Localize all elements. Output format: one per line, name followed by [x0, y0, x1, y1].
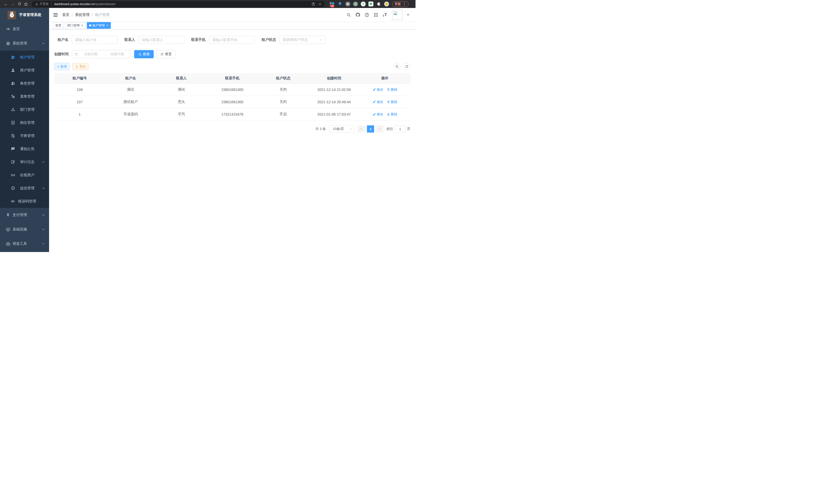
fullscreen-icon[interactable] — [374, 12, 378, 17]
broken-image-icon — [393, 10, 398, 16]
sidebar-item-menu[interactable]: 菜单管理 — [0, 90, 49, 103]
goto-page-input[interactable] — [395, 125, 405, 132]
user-icon — [11, 68, 15, 72]
cell-contact: 秃头 — [156, 100, 207, 104]
sidebar-item-role[interactable]: 角色管理 — [0, 77, 49, 90]
next-page-button[interactable] — [376, 125, 383, 132]
sidebar-item-system[interactable]: 系统管理 — [0, 36, 49, 51]
modify-link[interactable]: 修改 — [373, 87, 383, 92]
date-range-picker[interactable]: 开始日期 - 结束日期 — [72, 50, 131, 58]
tag-tenant-active[interactable]: 租户管理× — [87, 22, 111, 29]
badge-icon — [11, 120, 15, 125]
dashboard-icon — [6, 27, 10, 31]
cell-created: 2021-12-14 20:49:44 — [309, 100, 360, 104]
pagination: 共 3 条 10条/页 1 前往 页 — [54, 125, 410, 132]
hamburger-button[interactable] — [49, 8, 62, 22]
extension-recorder-icon[interactable] — [353, 2, 358, 6]
sidebar-item-online-users[interactable]: 在线用户 — [0, 169, 49, 182]
chevron-down-icon — [42, 213, 45, 216]
sidebar-item-user[interactable]: 用户管理 — [0, 64, 49, 77]
browser-back-button[interactable]: ← — [3, 1, 9, 7]
yen-icon: ¥ — [6, 213, 10, 217]
share-icon[interactable] — [311, 2, 315, 6]
sidebar-item-post[interactable]: 岗位管理 — [0, 116, 49, 129]
cell-created: 2021-01-05 17:03:47 — [309, 112, 360, 116]
delete-link[interactable]: 删除 — [387, 87, 398, 92]
reset-button[interactable]: 重置 — [156, 50, 176, 58]
page-1-button[interactable]: 1 — [367, 125, 374, 132]
add-button[interactable]: + 新增 — [54, 63, 69, 70]
extension-command-icon[interactable]: ⌘ — [345, 2, 350, 6]
trash-icon — [387, 113, 390, 116]
browser-home-button[interactable] — [23, 1, 29, 7]
sidebar-item-pay[interactable]: ¥ 支付管理 — [0, 208, 49, 222]
sidebar-item-infra[interactable]: 基础设施 — [0, 222, 49, 237]
modify-link[interactable]: 修改 — [373, 100, 383, 104]
sidebar-item-devtools[interactable]: 研发工具 — [0, 237, 49, 251]
end-date-placeholder[interactable]: 结束日期 — [107, 52, 128, 57]
tag-dept[interactable]: 部门管理× — [65, 22, 86, 29]
chevron-right-icon — [378, 127, 381, 130]
filter-row-2: 创建时间 开始日期 - 结束日期 搜索 重置 — [54, 50, 410, 58]
delete-link[interactable]: 删除 — [387, 112, 398, 117]
browser-update-button[interactable]: 更新 ⋮ — [392, 1, 408, 7]
col-status: 租户状态 — [258, 76, 309, 81]
avatar[interactable] — [392, 10, 402, 20]
close-icon[interactable]: × — [106, 24, 109, 27]
help-icon[interactable] — [365, 12, 369, 17]
prev-page-button[interactable] — [358, 125, 365, 132]
site-security-indicator[interactable]: 不安全 — [35, 2, 49, 6]
breadcrumb-home[interactable]: 首页 — [62, 12, 69, 17]
browser-menu-icon[interactable]: ⋮ — [403, 2, 406, 6]
breadcrumb-system[interactable]: 系统管理 — [75, 12, 89, 17]
font-size-icon[interactable]: TT — [382, 12, 387, 18]
message-icon — [11, 147, 15, 151]
sidebar-item-notice[interactable]: 通知公告 — [0, 142, 49, 155]
sidebar-item-sms[interactable]: 短信管理 — [0, 182, 49, 195]
app-logo-row[interactable]: 芋道管理系统 — [0, 8, 49, 22]
cell-status: 开启 — [258, 112, 309, 117]
modify-label: 修改 — [377, 112, 383, 117]
address-bar[interactable]: 不安全 dashboard.yudao.iocoder.cn/system/te… — [32, 1, 325, 7]
toolbox-icon — [6, 242, 10, 246]
extension-flag-icon[interactable] — [369, 2, 373, 6]
close-icon[interactable]: × — [81, 24, 83, 27]
browser-forward-button[interactable]: → — [9, 1, 16, 7]
refresh-table-button[interactable] — [403, 63, 410, 70]
browser-toolbar: ← → 不安全 dashboard.yudao.iocoder.cn/syste… — [0, 0, 416, 8]
sidebar-item-label: 岗位管理 — [20, 120, 34, 125]
github-icon[interactable] — [355, 12, 360, 17]
delete-link[interactable]: 删除 — [387, 100, 398, 104]
tag-home[interactable]: 首页 — [53, 22, 64, 29]
avatar-caret-icon[interactable]: ▼ — [407, 13, 409, 16]
sidebar-item-dict[interactable]: 字典管理 — [0, 129, 49, 142]
chevron-up-icon — [42, 42, 45, 45]
extension-y-icon[interactable]: Y — [361, 2, 366, 6]
browser-reload-button[interactable] — [16, 1, 23, 7]
tags-view-bar: 首页 部门管理× 租户管理× — [49, 22, 416, 30]
sidebar-item-error-code[interactable]: </> 错误码管理 — [0, 195, 49, 208]
tag-label: 部门管理 — [67, 23, 80, 28]
extensions-puzzle-icon[interactable] — [376, 2, 381, 7]
start-date-placeholder[interactable]: 开始日期 — [80, 52, 102, 57]
tenant-name-input[interactable] — [72, 36, 117, 44]
search-button[interactable]: 搜索 — [134, 50, 154, 58]
header-search-icon[interactable] — [346, 12, 351, 17]
profile-avatar-icon[interactable] — [384, 2, 389, 6]
sidebar-item-dept[interactable]: 部门管理 — [0, 103, 49, 116]
page-size-select[interactable]: 10条/页 — [329, 125, 354, 132]
contact-input[interactable] — [139, 36, 184, 44]
extension-tabs-icon[interactable]: 10 — [329, 2, 335, 7]
show-search-button[interactable] — [393, 63, 401, 70]
modify-link[interactable]: 修改 — [373, 112, 383, 117]
mobile-input[interactable] — [209, 36, 255, 44]
shield-icon — [11, 186, 15, 190]
bookmark-star-icon[interactable]: ☆ — [318, 2, 322, 6]
export-button[interactable]: 导出 — [72, 63, 89, 70]
col-created: 创建时间 — [309, 76, 360, 81]
sidebar-item-audit-log[interactable]: 审计日志 — [0, 155, 49, 169]
sidebar-item-home[interactable]: 首页 — [0, 22, 49, 36]
sidebar-item-tenant[interactable]: 租户管理 — [0, 51, 49, 64]
status-select[interactable]: 请选择租户状态 — [279, 36, 325, 44]
extension-balloon-icon[interactable] — [337, 2, 343, 7]
